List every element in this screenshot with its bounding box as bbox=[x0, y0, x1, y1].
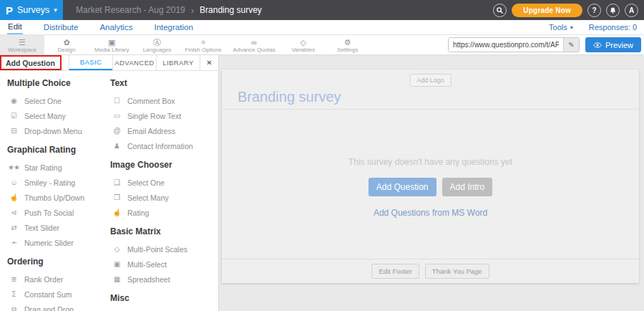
nav-tab-analytics[interactable]: Analytics bbox=[99, 21, 133, 34]
breadcrumb-parent[interactable]: Market Research - Aug 2019 bbox=[76, 5, 185, 15]
question-type-ordering-rank-order[interactable]: ≣Rank Order bbox=[7, 272, 104, 287]
tools-label: Tools bbox=[549, 23, 567, 32]
chevron-down-icon: ▾ bbox=[570, 24, 573, 31]
edit-url-button[interactable]: ✎ bbox=[563, 38, 579, 52]
spreadsheet-icon: ▦ bbox=[110, 275, 123, 283]
toolbar-item-label: Design bbox=[58, 47, 76, 53]
toolbar-item-label: Finish Options bbox=[185, 47, 221, 53]
question-type-graphical-rating-text-slider[interactable]: ⇄Text Slider bbox=[7, 220, 104, 235]
question-type-graphical-rating-smiley-rating[interactable]: ☺Smiley - Rating bbox=[7, 175, 104, 190]
question-mark-icon: ? bbox=[592, 6, 596, 14]
question-type-graphical-rating-thumbs-up-down[interactable]: ☝Thumbs Up/Down bbox=[7, 190, 104, 205]
toolbar-item-workspace[interactable]: ☰Workspace bbox=[0, 35, 44, 54]
email-address-icon: @ bbox=[110, 127, 123, 135]
question-type-label: Contact Information bbox=[127, 142, 193, 150]
question-type-graphical-rating-star-rating[interactable]: ★★Star Rating bbox=[7, 160, 104, 175]
question-type-label: Star Rating bbox=[24, 163, 62, 172]
toolbar-item-label: Variables bbox=[291, 47, 315, 53]
question-type-basic-matrix-spreadsheet[interactable]: ▦Spreadsheet bbox=[110, 272, 218, 287]
account-avatar[interactable]: A bbox=[625, 4, 638, 17]
panel-tab-advanced[interactable]: ADVANCED bbox=[112, 55, 156, 70]
panel-tab-library[interactable]: LIBRARY bbox=[156, 55, 200, 70]
upgrade-now-button[interactable]: Upgrade Now bbox=[512, 4, 582, 17]
question-type-label: Rating bbox=[127, 209, 149, 217]
thank-you-page-button[interactable]: Thank You Page bbox=[425, 264, 489, 279]
toolbar-item-label: Advance Quotas bbox=[233, 47, 275, 53]
question-section-ordering: Ordering≣Rank OrderΣConstant Sum⧉Drag an… bbox=[7, 257, 104, 311]
question-type-label: Comment Box bbox=[127, 97, 175, 105]
breadcrumb-separator-icon: › bbox=[191, 5, 194, 16]
nav-tab-edit[interactable]: Edit bbox=[7, 21, 23, 34]
question-type-label: Multi-Select bbox=[127, 260, 167, 269]
add-question-button[interactable]: Add Question bbox=[0, 55, 69, 70]
question-type-multiple-choice-drop-down-menu[interactable]: ⊟Drop-down Menu bbox=[7, 123, 104, 138]
toolbar-item-settings[interactable]: ⚙Settings bbox=[326, 35, 370, 54]
question-section-title: Graphical Rating bbox=[7, 145, 104, 155]
question-type-text-email-address[interactable]: @Email Address bbox=[110, 123, 218, 138]
preview-label: Preview bbox=[605, 41, 633, 49]
question-type-graphical-rating-numeric-slider[interactable]: ◦•◦Numeric Slider bbox=[7, 235, 104, 250]
image-rating-icon: ☝ bbox=[110, 209, 123, 216]
toolbar-item-design[interactable]: ✿Design bbox=[44, 35, 89, 54]
question-type-text-comment-box[interactable]: ☐Comment Box bbox=[110, 93, 218, 108]
question-type-text-single-row-text[interactable]: ▭Single Row Text bbox=[110, 108, 218, 123]
toolbar-item-variables[interactable]: ◇Variables bbox=[281, 35, 326, 54]
help-button[interactable]: ? bbox=[587, 4, 601, 17]
search-button[interactable] bbox=[493, 4, 507, 17]
question-section-title: Text bbox=[110, 78, 218, 88]
add-question-panel: Add Question BASICADVANCEDLIBRARY ✕ Mult… bbox=[0, 55, 219, 311]
question-type-image-chooser-select-many[interactable]: ❐Select Many bbox=[110, 190, 218, 205]
toolbar-item-advance-quotas[interactable]: ∞Advance Quotas bbox=[228, 35, 281, 54]
settings-gear-icon: ⚙ bbox=[344, 38, 351, 47]
question-type-graphical-rating-push-to-social[interactable]: ⊲Push To Social bbox=[7, 205, 104, 220]
question-type-basic-matrix-multi-select[interactable]: ▣Multi-Select bbox=[110, 257, 218, 272]
question-type-misc-date-time[interactable]: ⊞Date / Time bbox=[110, 308, 218, 311]
image-select-one-icon: ❏ bbox=[110, 178, 123, 186]
add-question-primary-button[interactable]: Add Question bbox=[369, 178, 436, 196]
question-type-ordering-drag-and-drop[interactable]: ⧉Drag and Drop bbox=[7, 302, 104, 311]
notifications-button[interactable] bbox=[606, 4, 620, 17]
single-row-text-icon: ▭ bbox=[110, 112, 123, 120]
question-type-ordering-constant-sum[interactable]: ΣConstant Sum bbox=[7, 287, 104, 302]
smiley-rating-icon: ☺ bbox=[7, 178, 20, 186]
multi-select-icon: ▣ bbox=[110, 260, 123, 268]
nav-right: Tools ▾ Responses: 0 bbox=[549, 23, 637, 32]
toolbar-item-label: Settings bbox=[337, 47, 358, 53]
question-type-multiple-choice-select-many[interactable]: ☑Select Many bbox=[7, 108, 104, 123]
toolbar-item-finish-options[interactable]: ✧Finish Options bbox=[179, 35, 227, 54]
panel-tab-basic[interactable]: BASIC bbox=[69, 55, 112, 70]
question-type-image-chooser-rating[interactable]: ☝Rating bbox=[110, 205, 218, 220]
preview-button[interactable]: Preview bbox=[585, 37, 641, 52]
nav-tab-distribute[interactable]: Distribute bbox=[43, 21, 79, 34]
nav-tab-integration[interactable]: Integration bbox=[153, 21, 193, 34]
dropdown-menu-icon: ⊟ bbox=[7, 127, 20, 135]
breadcrumb-current: Branding survey bbox=[200, 5, 262, 15]
thumbs-up-down-icon: ☝ bbox=[7, 193, 20, 201]
content-area: Add Question BASICADVANCEDLIBRARY ✕ Mult… bbox=[0, 55, 644, 311]
product-name: Surveys bbox=[17, 5, 49, 15]
responses-count[interactable]: Responses: 0 bbox=[589, 23, 637, 32]
questionpro-logo-block[interactable]: P Surveys ▾ bbox=[0, 0, 63, 20]
question-type-basic-matrix-multi-point-scales[interactable]: ◇Multi-Point Scales bbox=[110, 241, 218, 257]
tools-menu[interactable]: Tools ▾ bbox=[549, 23, 573, 32]
empty-state-text: This survey doesn't have any questions y… bbox=[348, 157, 512, 167]
workspace-icon: ☰ bbox=[19, 38, 26, 47]
toolbar-item-media-library[interactable]: ▣Media Library bbox=[89, 35, 135, 54]
toolbar-right: ✎ Preview bbox=[448, 37, 641, 52]
question-type-multiple-choice-select-one[interactable]: ◉Select One bbox=[7, 93, 104, 108]
question-section-misc: Misc⊞Date / Time bbox=[110, 293, 218, 311]
close-panel-button[interactable]: ✕ bbox=[200, 55, 218, 70]
add-intro-button[interactable]: Add Intro bbox=[442, 178, 493, 196]
add-logo-button[interactable]: Add Logo bbox=[409, 74, 452, 87]
question-type-list: Multiple Choice◉Select One☑Select Many⊟D… bbox=[0, 71, 218, 311]
question-type-label: Text Slider bbox=[24, 224, 59, 232]
survey-title[interactable]: Branding survey bbox=[238, 89, 341, 105]
toolbar-item-languages[interactable]: ⒶLanguages bbox=[135, 35, 179, 54]
edit-footer-button[interactable]: Edit Footer bbox=[371, 264, 419, 279]
question-type-image-chooser-select-one[interactable]: ❏Select One bbox=[110, 175, 218, 190]
question-section-image-chooser: Image Chooser❏Select One❐Select Many☝Rat… bbox=[110, 160, 218, 220]
survey-url-input[interactable] bbox=[449, 38, 563, 52]
add-questions-from-ms-word-link[interactable]: Add Questions from MS Word bbox=[374, 208, 487, 218]
question-type-text-contact-information[interactable]: ♟Contact Information bbox=[110, 138, 218, 153]
toolbar-item-label: Languages bbox=[143, 47, 172, 53]
